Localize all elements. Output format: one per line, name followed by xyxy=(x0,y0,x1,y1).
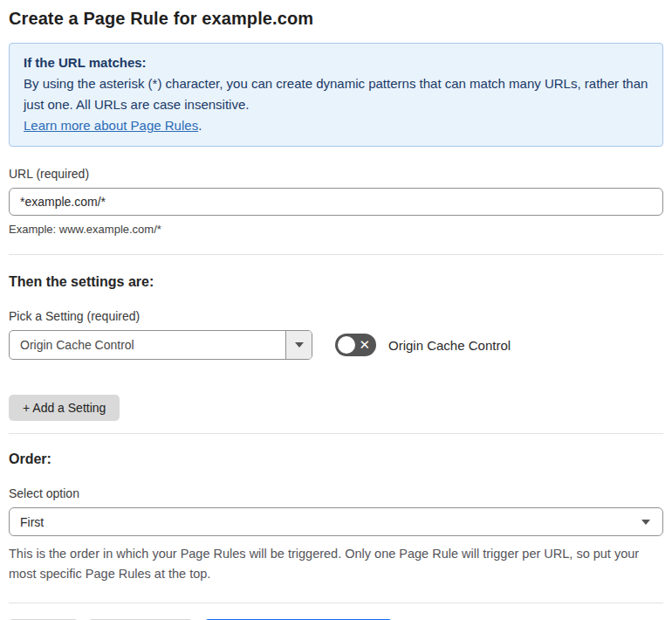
learn-more-link[interactable]: Learn more about Page Rules xyxy=(24,118,198,133)
url-input[interactable] xyxy=(9,188,663,216)
order-select-value: First xyxy=(20,515,44,529)
order-select-label: Select option xyxy=(9,486,663,500)
settings-section-heading: Then the settings are: xyxy=(9,274,663,290)
create-page-rule-form: Create a Page Rule for example.com If th… xyxy=(0,0,672,620)
chevron-down-icon xyxy=(641,520,650,525)
pick-setting-label: Pick a Setting (required) xyxy=(9,309,663,323)
url-example-hint: Example: www.example.com/* xyxy=(9,223,663,236)
page-title: Create a Page Rule for example.com xyxy=(9,9,663,29)
toggle-label: Origin Cache Control xyxy=(388,338,511,353)
divider xyxy=(9,254,663,255)
divider xyxy=(9,433,663,434)
info-box-body: By using the asterisk (*) character, you… xyxy=(24,73,648,115)
chevron-down-icon xyxy=(295,342,304,348)
info-box-heading: If the URL matches: xyxy=(24,52,648,73)
url-field-label: URL (required) xyxy=(9,167,663,181)
setting-select[interactable]: Origin Cache Control xyxy=(9,330,312,360)
order-help-text: This is the order in which your Page Rul… xyxy=(9,544,662,584)
divider xyxy=(9,603,663,603)
order-section-heading: Order: xyxy=(9,451,663,467)
toggle-knob xyxy=(338,336,355,354)
origin-cache-control-toggle[interactable]: ✕ xyxy=(335,334,376,356)
setting-row: Origin Cache Control ✕ Origin Cache Cont… xyxy=(9,330,663,360)
toggle-off-x-icon: ✕ xyxy=(359,334,370,356)
setting-select-arrow-button[interactable] xyxy=(285,331,312,359)
link-period: . xyxy=(198,118,202,133)
add-setting-button[interactable]: + Add a Setting xyxy=(9,395,120,421)
info-link-row: Learn more about Page Rules. xyxy=(24,115,648,136)
order-select[interactable]: First xyxy=(9,507,663,536)
setting-select-value: Origin Cache Control xyxy=(10,331,285,359)
url-match-info-box: If the URL matches: By using the asteris… xyxy=(9,43,663,147)
